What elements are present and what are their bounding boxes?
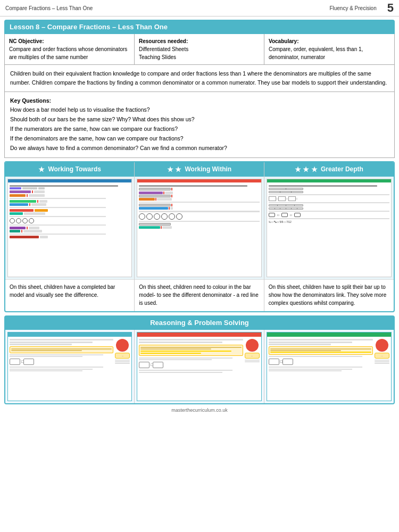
page-number: 5 bbox=[387, 2, 394, 14]
document-title: Compare Fractions – Less Than One bbox=[5, 5, 93, 11]
diff-label-depth: Greater Depth bbox=[321, 165, 363, 173]
reasoning-thumb-1: □ ... bbox=[7, 332, 132, 401]
diff-caption-depth: On this sheet, children have to split th… bbox=[264, 279, 394, 311]
reasoning-col-2: □ ... bbox=[135, 330, 264, 403]
key-questions-box: Key Questions: How does a bar model help… bbox=[4, 92, 395, 158]
vocab-label: Vocabulary: bbox=[269, 37, 390, 45]
reasoning-section: Reasoning & Problem Solving bbox=[4, 315, 395, 404]
nc-label: NC Objective: bbox=[9, 37, 130, 45]
diff-label-towards: Working Towards bbox=[48, 165, 101, 173]
diff-col-depth: ★ ★ ★ Greater Depth bbox=[264, 162, 394, 311]
diff-header-depth: ★ ★ ★ Greater Depth bbox=[264, 162, 394, 177]
lesson-header: Lesson 8 – Compare Fractions – Less Than… bbox=[4, 20, 395, 34]
kq-q1: How does a bar model help us to visualis… bbox=[10, 106, 150, 113]
footer-url: masterthecurriculum.co.uk bbox=[171, 408, 228, 413]
diff-label-within: Working Within bbox=[185, 165, 231, 173]
star-within: ★ ★ bbox=[167, 165, 182, 173]
worksheet-within bbox=[137, 179, 261, 277]
star-depth: ★ ★ ★ bbox=[295, 165, 318, 173]
diff-header-within: ★ ★ Working Within bbox=[135, 162, 263, 177]
diff-image-within bbox=[135, 177, 263, 279]
kq-q3: If the numerators are the same, how can … bbox=[10, 126, 178, 132]
diff-caption-towards: On this sheet, children have a completed… bbox=[5, 279, 134, 311]
diff-caption-within: On this sheet, children need to colour i… bbox=[135, 279, 263, 311]
reasoning-grid: □ ... bbox=[4, 330, 395, 404]
nc-objective-cell: NC Objective: Compare and order fraction… bbox=[5, 34, 135, 64]
kq-q2: Should both of our bars be the same size… bbox=[10, 116, 195, 122]
reasoning-thumb-2: □ ... bbox=[137, 332, 261, 401]
nc-text: Compare and order fractions whose denomi… bbox=[9, 45, 130, 61]
page-wrapper: Lesson 8 – Compare Fractions – Less Than… bbox=[0, 16, 399, 418]
top-bar-right: Fluency & Precision 5 bbox=[329, 2, 394, 14]
worksheet-depth: □ □ □ bbox=[267, 179, 392, 277]
diff-image-towards bbox=[5, 177, 134, 279]
differentiation-section: ★ Working Towards bbox=[4, 161, 395, 312]
reasoning-col-1: □ ... bbox=[5, 330, 135, 403]
resources-cell: Resources needed: Differentiated SheetsT… bbox=[135, 34, 264, 64]
series-label: Fluency & Precision bbox=[329, 5, 376, 11]
worksheet-towards bbox=[7, 179, 132, 277]
kq-label: Key Questions: bbox=[10, 97, 51, 104]
info-grid: NC Objective: Compare and order fraction… bbox=[4, 34, 395, 65]
diff-col-towards: ★ Working Towards bbox=[5, 162, 135, 311]
vocab-text: Compare, order, equivalent, less than 1,… bbox=[269, 45, 390, 61]
page-footer: masterthecurriculum.co.uk bbox=[4, 404, 395, 415]
vocab-cell: Vocabulary: Compare, order, equivalent, … bbox=[264, 34, 394, 64]
reasoning-col-3: □ ... bbox=[264, 330, 394, 403]
resources-label: Resources needed: bbox=[139, 37, 260, 45]
diff-header-towards: ★ Working Towards bbox=[5, 162, 134, 177]
kq-q5: Do we always have to find a common denom… bbox=[10, 145, 227, 151]
resources-text: Differentiated SheetsTeaching Slides bbox=[139, 45, 260, 61]
star-towards: ★ bbox=[38, 165, 45, 173]
top-bar: Compare Fractions – Less Than One Fluenc… bbox=[0, 0, 399, 16]
diff-col-within: ★ ★ Working Within bbox=[135, 162, 264, 311]
reasoning-thumb-3: □ ... bbox=[267, 332, 392, 401]
description-box: Children build on their equivalent fract… bbox=[4, 65, 395, 92]
diff-image-depth: □ □ □ bbox=[264, 177, 394, 279]
kq-q4: If the denominators are the same, how ca… bbox=[10, 135, 184, 142]
reasoning-header: Reasoning & Problem Solving bbox=[4, 315, 395, 330]
